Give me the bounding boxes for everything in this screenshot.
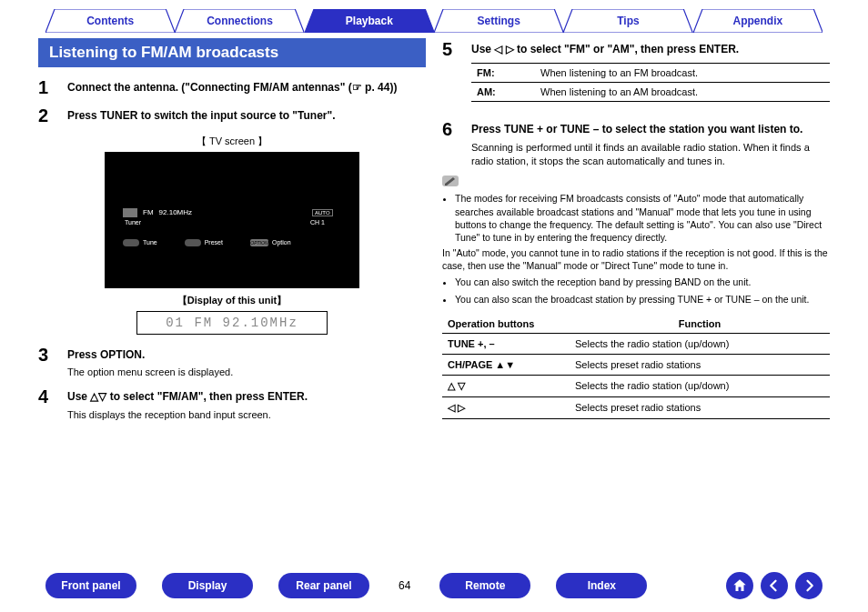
left-column: Listening to FM/AM broadcasts 1 Connect …: [38, 38, 426, 429]
unit-display: 01 FM 92.10MHz: [136, 311, 328, 335]
step-title: Press TUNE + or TUNE – to select the sta…: [471, 122, 830, 137]
table-key: FM:: [471, 63, 535, 82]
tv-screen: FM 92.10MHz AUTO Tuner CH 1 Tune Preset …: [105, 152, 359, 288]
ops-val: Selects preset radio stations: [570, 354, 830, 375]
step-title: Connect the antenna. ("Connecting FM/AM …: [67, 80, 426, 95]
tune-pill-icon: [123, 239, 139, 246]
table-val: When listening to an AM broadcast.: [535, 82, 830, 101]
ops-val: Selects preset radio stations: [570, 396, 830, 418]
tab-label: Contents: [86, 15, 134, 27]
step-number: 3: [38, 346, 58, 380]
tv-tune-label: Tune: [143, 239, 157, 246]
note-text: You can also switch the reception band b…: [455, 276, 830, 288]
fm-am-table: FM:When listening to an FM broadcast. AM…: [471, 63, 830, 102]
rear-panel-button[interactable]: Rear panel: [278, 573, 369, 598]
operation-buttons-table: Operation buttons Function TUNE +, –Sele…: [442, 315, 830, 419]
tv-freq: 92.10MHz: [159, 208, 192, 216]
step-desc: Scanning is performed until it finds an …: [471, 141, 830, 169]
tab-appendix[interactable]: Appendix: [693, 9, 823, 33]
preset-pill-icon: [185, 239, 201, 246]
step-desc: This displays the reception band input s…: [67, 408, 426, 422]
section-title: Listening to FM/AM broadcasts: [38, 38, 426, 67]
tab-label: Tips: [617, 15, 639, 27]
step-title: Use ◁ ▷ to select "FM" or "AM", then pre…: [471, 42, 830, 57]
step-1: 1 Connect the antenna. ("Connecting FM/A…: [38, 78, 426, 99]
tab-label: Settings: [477, 15, 520, 27]
index-button[interactable]: Index: [556, 573, 647, 598]
source-icon: [123, 208, 137, 217]
ops-header-b: Function: [570, 315, 830, 334]
footer: Front panel Display Rear panel 64 Remote…: [0, 572, 868, 599]
step-6: 6 Press TUNE + or TUNE – to select the s…: [442, 120, 830, 169]
tv-option-label: Option: [272, 239, 291, 246]
step-title: Press TUNER to switch the input source t…: [67, 108, 426, 124]
ops-key: ◁ ▷: [442, 396, 570, 418]
next-page-icon[interactable]: [795, 572, 823, 599]
ops-key: TUNE +, –: [442, 333, 570, 354]
tv-screen-label: 【 TV screen 】: [38, 135, 426, 148]
tv-band: FM: [143, 208, 154, 216]
step-number: 2: [38, 106, 58, 127]
ops-val: Selects the radio station (up/down): [570, 375, 830, 396]
step-title: Press OPTION.: [67, 347, 426, 363]
step-3: 3 Press OPTION. The option menu screen i…: [38, 346, 426, 380]
notes-list: The modes for receiving FM broadcasts co…: [442, 192, 830, 305]
ops-val: Selects the radio station (up/down): [570, 333, 830, 354]
note-text: In "Auto" mode, you cannot tune in to ra…: [442, 246, 830, 272]
option-pill-icon: OPTION: [250, 239, 268, 246]
remote-button[interactable]: Remote: [439, 573, 530, 598]
tab-label: Playback: [346, 15, 393, 27]
step-number: 6: [442, 120, 462, 169]
display-unit-label: 【Display of this unit】: [38, 294, 426, 307]
tab-tips[interactable]: Tips: [563, 9, 692, 33]
step-number: 1: [38, 78, 58, 99]
ops-header-a: Operation buttons: [442, 315, 570, 334]
step-number: 4: [38, 387, 58, 422]
front-panel-button[interactable]: Front panel: [45, 573, 136, 598]
tab-label: Appendix: [732, 15, 782, 27]
ops-key: △ ▽: [442, 375, 570, 396]
step-desc: The option menu screen is displayed.: [67, 366, 426, 379]
page-number: 64: [395, 579, 414, 592]
table-key: AM:: [471, 82, 535, 101]
display-button[interactable]: Display: [162, 573, 253, 598]
step-2: 2 Press TUNER to switch the input source…: [38, 106, 426, 127]
step-title: Use △▽ to select "FM/AM", then press ENT…: [67, 389, 426, 405]
ops-key: CH/PAGE ▲▼: [442, 354, 570, 375]
tab-settings[interactable]: Settings: [434, 9, 563, 33]
tab-connections[interactable]: Connections: [175, 9, 304, 33]
pencil-note-icon: [442, 176, 459, 186]
step-4: 4 Use △▽ to select "FM/AM", then press E…: [38, 387, 426, 422]
step-number: 5: [442, 40, 462, 113]
prev-page-icon[interactable]: [761, 572, 788, 599]
table-val: When listening to an FM broadcast.: [535, 63, 830, 82]
tv-preset-label: Preset: [205, 239, 223, 246]
top-nav: Contents Connections Playback Settings T…: [0, 0, 868, 33]
tab-playback[interactable]: Playback: [305, 9, 434, 33]
note-text: The modes for receiving FM broadcasts co…: [455, 193, 822, 243]
tv-source: Tuner: [125, 219, 141, 226]
tv-ch: CH 1: [310, 219, 325, 226]
tab-label: Connections: [207, 15, 273, 27]
tab-contents[interactable]: Contents: [45, 9, 175, 33]
right-column: 5 Use ◁ ▷ to select "FM" or "AM", then p…: [442, 38, 830, 429]
note-text: You can also scan the broadcast station …: [455, 293, 830, 306]
tv-auto: AUTO: [312, 209, 333, 216]
home-icon[interactable]: [726, 572, 753, 599]
step-5: 5 Use ◁ ▷ to select "FM" or "AM", then p…: [442, 40, 830, 113]
